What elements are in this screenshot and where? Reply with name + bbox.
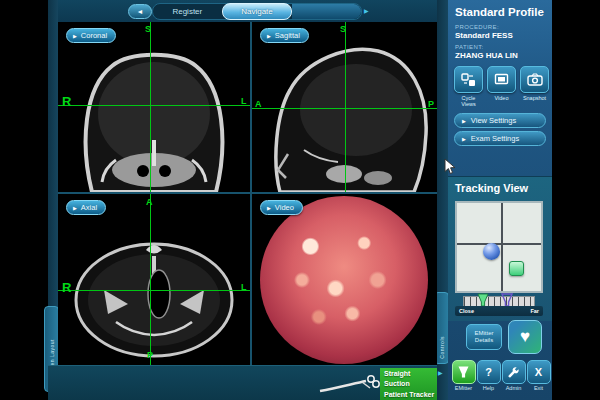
tab-register[interactable]: Register	[153, 4, 222, 19]
viewport-grid: ▶ Coronal S R L ▶ Sagittal	[58, 22, 437, 365]
tracking-crosshair-vertical	[501, 203, 503, 291]
instrument-image	[318, 369, 380, 399]
marker-superior: S	[145, 24, 151, 34]
status-arrow-icon[interactable]: ▶	[438, 369, 443, 376]
sagittal-crosshair-vertical	[345, 22, 346, 192]
coronal-view-label: Coronal	[81, 31, 107, 40]
exam-settings-label: Exam Settings	[471, 134, 519, 143]
profile-title: Standard Profile	[455, 6, 544, 18]
exit-button[interactable]: X	[527, 360, 551, 384]
video-icon	[494, 73, 509, 86]
mode-tab-bar: Register Navigate	[152, 3, 362, 20]
panel-bottom-buttons: EMitter ? Help Admin X Exit	[452, 360, 550, 391]
marker-left: L	[241, 96, 247, 106]
play-icon: ▶	[73, 33, 77, 39]
camera-icon	[527, 73, 543, 86]
marker-left: L	[241, 282, 247, 292]
video-view[interactable]: ▶ Video	[252, 194, 437, 365]
marker-anterior: A	[146, 197, 153, 207]
exit-caption: Exit	[534, 385, 543, 391]
sagittal-view-label: Sagittal	[275, 31, 300, 40]
video-view-label: Video	[275, 203, 294, 212]
cycle-views-caption: Cycle Views	[454, 95, 483, 108]
green-cone-marker	[477, 293, 489, 307]
target-marker	[509, 261, 524, 276]
instrument-tip-marker	[483, 243, 500, 260]
endoscope-image	[260, 196, 428, 364]
marker-right: R	[62, 280, 71, 295]
coronal-view-button[interactable]: ▶ Coronal	[66, 28, 116, 43]
tracker-name: Patient Tracker	[384, 390, 437, 400]
marker-superior: S	[340, 24, 346, 34]
help-button[interactable]: ?	[477, 360, 501, 384]
coronal-crosshair-horizontal	[58, 105, 250, 106]
fusion-logo-button[interactable]: ♥	[508, 320, 542, 354]
axial-ct-image	[58, 194, 250, 365]
procedure-label: PROCEDURE:	[455, 24, 499, 30]
cycle-views-button[interactable]	[454, 66, 483, 93]
depth-labels: Close Far	[455, 306, 543, 316]
question-icon: ?	[485, 366, 492, 378]
patient-label: PATIENT:	[455, 44, 484, 50]
depth-gauge[interactable]: Close Far	[455, 296, 543, 316]
sagittal-crosshair-horizontal	[252, 108, 437, 109]
axial-view[interactable]: ▶ Axial A R L P	[58, 194, 250, 365]
navigation-app-window: ◄ Register Navigate ▶ Screen Layout ▶ Co…	[0, 0, 600, 400]
play-icon: ▶	[267, 205, 271, 211]
patient-value: ZHANG HUA LIN	[455, 51, 518, 60]
coronal-crosshair-vertical	[150, 22, 151, 192]
marker-right: R	[62, 94, 71, 109]
emitter-cone-icon	[457, 365, 470, 379]
view-settings-label: View Settings	[471, 116, 516, 125]
top-bar: ◄ Register Navigate ▶	[48, 0, 437, 23]
heart-icon: ♥	[520, 327, 530, 347]
sagittal-view-button[interactable]: ▶ Sagittal	[260, 28, 309, 43]
tracking-display	[455, 201, 543, 293]
instrument-name: Straight Suction	[384, 369, 437, 390]
tracking-view-title: Tracking View	[455, 182, 528, 194]
play-icon: ▶	[73, 205, 77, 211]
axial-view-button[interactable]: ▶ Axial	[66, 200, 106, 215]
coronal-view[interactable]: ▶ Coronal S R L	[58, 22, 250, 192]
emitter-details-button[interactable]: EMitter Details	[466, 324, 502, 350]
help-caption: Help	[483, 385, 494, 391]
video-button[interactable]	[487, 66, 516, 93]
right-flyout-label: Controls	[439, 336, 445, 359]
wrench-icon	[507, 366, 520, 379]
close-icon: X	[535, 366, 542, 378]
marker-posterior: P	[428, 99, 434, 109]
play-icon: ▶	[267, 33, 271, 39]
axial-view-label: Axial	[81, 203, 97, 212]
snapshot-caption: Snapshot	[523, 95, 546, 101]
back-button[interactable]: ◄	[128, 4, 152, 19]
admin-button[interactable]	[502, 360, 526, 384]
tab-spacer	[292, 4, 361, 19]
instrument-status-box: Straight Suction Patient Tracker	[380, 368, 437, 400]
sagittal-view[interactable]: ▶ Sagittal S A P	[252, 22, 437, 192]
emitter-button[interactable]	[452, 360, 476, 384]
tracking-crosshair-horizontal	[457, 243, 541, 245]
procedure-value: Standard FESS	[455, 31, 513, 40]
tabbar-arrow-icon[interactable]: ▶	[364, 7, 369, 14]
exam-settings-expander[interactable]: ▶ Exam Settings	[454, 131, 546, 146]
snapshot-button[interactable]	[520, 66, 549, 93]
panel-toolbar: Cycle Views Video	[454, 66, 548, 108]
play-icon: ▶	[462, 136, 466, 142]
back-icon: ◄	[137, 8, 144, 15]
play-icon: ▶	[462, 118, 466, 124]
axial-crosshair-horizontal	[58, 290, 250, 291]
tab-navigate[interactable]: Navigate	[222, 3, 293, 20]
emitter-details-line1: EMitter	[474, 330, 493, 337]
close-label: Close	[459, 308, 474, 314]
emitter-caption: EMitter	[455, 385, 472, 391]
video-view-button[interactable]: ▶ Video	[260, 200, 303, 215]
marker-anterior: A	[255, 99, 262, 109]
axial-crosshair-vertical	[150, 194, 151, 365]
emitter-details-line2: Details	[475, 337, 493, 344]
coronal-ct-image	[58, 22, 250, 192]
tracking-section: Tracking View Close Far	[448, 176, 552, 321]
far-label: Far	[530, 308, 539, 314]
cycle-views-icon	[461, 73, 476, 87]
video-caption: Video	[495, 95, 509, 101]
view-settings-expander[interactable]: ▶ View Settings	[454, 113, 546, 128]
